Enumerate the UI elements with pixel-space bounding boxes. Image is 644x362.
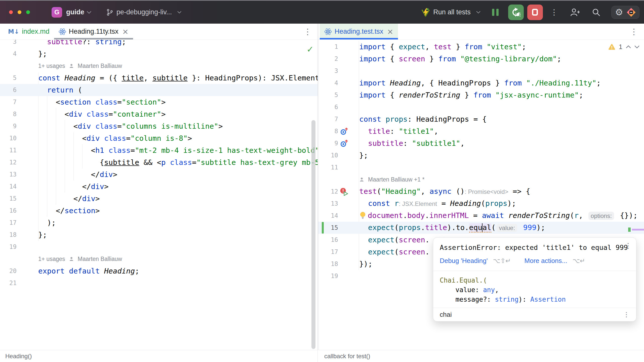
- line-number[interactable]: 5: [0, 74, 17, 81]
- code-line[interactable]: 1import { expect, test } from "vitest";: [318, 41, 644, 53]
- code-line[interactable]: 5const Heading = ({ title, subtitle }: H…: [0, 72, 318, 84]
- code-line[interactable]: 15 </div>: [0, 193, 318, 205]
- line-number[interactable]: 6: [0, 86, 17, 94]
- line-number[interactable]: 2: [318, 55, 338, 62]
- code-line[interactable]: 11: [318, 161, 644, 173]
- line-number[interactable]: 3: [0, 40, 17, 45]
- previous-problem-chevron-up-icon[interactable]: [626, 45, 631, 49]
- line-number[interactable]: 17: [318, 248, 338, 255]
- left-breadcrumb[interactable]: Heading(): [0, 350, 318, 362]
- line-number[interactable]: 7: [0, 99, 17, 106]
- author-hint[interactable]: Maarten Balliauw: [78, 256, 122, 262]
- line-number[interactable]: 15: [318, 224, 338, 231]
- author-hint[interactable]: Maarten Balliauw +1 *: [368, 176, 424, 183]
- left-tabbar-options-button[interactable]: ⋮: [304, 27, 312, 36]
- stop-button[interactable]: [527, 5, 543, 20]
- tracked-value-gutter-icon[interactable]: [340, 139, 348, 148]
- code-line[interactable]: 7 <section class="section">: [0, 96, 318, 108]
- tracked-value-gutter-icon[interactable]: [340, 127, 348, 136]
- code-line[interactable]: 6 return (: [0, 84, 318, 96]
- failed-test-breakpoint-gutter-icon[interactable]: [340, 188, 349, 197]
- line-number[interactable]: 19: [318, 273, 338, 280]
- line-number[interactable]: 19: [0, 243, 17, 250]
- right-tabbar-options-button[interactable]: ⋮: [630, 27, 638, 36]
- code-line[interactable]: 9 <div class="columns is-multiline">: [0, 120, 318, 132]
- author-hint[interactable]: Maarten Balliauw: [78, 63, 122, 69]
- code-line[interactable]: 4};: [0, 48, 318, 60]
- close-tab-icon[interactable]: ×: [387, 27, 393, 36]
- line-number[interactable]: 7: [318, 116, 338, 123]
- rerun-debug-button[interactable]: [508, 5, 524, 20]
- more-toolbar-actions-button[interactable]: ⋮: [550, 9, 558, 16]
- left-editor-scrollbar[interactable]: [311, 120, 315, 349]
- debug-heading-link[interactable]: Debug 'Heading': [440, 257, 488, 264]
- intention-bulb-icon[interactable]: [359, 211, 366, 219]
- line-number[interactable]: 4: [0, 50, 17, 57]
- project-name[interactable]: guide: [66, 8, 84, 16]
- line-number[interactable]: 10: [0, 135, 17, 142]
- code-line[interactable]: 11 <h1 class="mt-2 mb-4 is-size-1 has-te…: [0, 144, 318, 156]
- code-line[interactable]: 10};: [318, 149, 644, 161]
- line-number[interactable]: 8: [318, 128, 338, 135]
- inspections-widget[interactable]: 1: [608, 43, 639, 51]
- git-branch-widget[interactable]: pe-debugging-liv...: [106, 8, 181, 16]
- code-line[interactable]: 7const props: HeadingProps = {: [318, 113, 644, 125]
- code-line[interactable]: 10 <div class="column is-8">: [0, 132, 318, 144]
- tab-heading-11ty-tsx[interactable]: Heading.11ty.tsx ×: [54, 24, 133, 39]
- code-line[interactable]: 9 subtitle: "subtitle1",: [318, 137, 644, 149]
- code-line[interactable]: 6: [318, 101, 644, 113]
- code-vision-inlay-row[interactable]: Maarten Balliauw +1 *: [318, 173, 644, 186]
- line-number[interactable]: 17: [0, 219, 17, 226]
- code-line[interactable]: 21: [0, 277, 318, 289]
- code-line[interactable]: 12test("Heading", async (): Promise<void…: [318, 186, 644, 198]
- line-number[interactable]: 9: [0, 123, 17, 130]
- line-number[interactable]: 12: [0, 159, 17, 166]
- line-number[interactable]: 10: [318, 152, 338, 159]
- close-tab-icon[interactable]: ×: [122, 27, 129, 36]
- line-number[interactable]: 9: [318, 140, 338, 147]
- line-number[interactable]: 18: [318, 260, 338, 267]
- code-line[interactable]: 19: [0, 241, 318, 253]
- code-line[interactable]: 15 expect(props.title).to.equal(value: 9…: [318, 222, 644, 234]
- line-number[interactable]: 14: [0, 183, 17, 190]
- run-configuration-selector[interactable]: Run all tests: [421, 8, 480, 17]
- line-number[interactable]: 21: [0, 280, 17, 287]
- settings-gear-icon[interactable]: ⚙: [615, 8, 623, 17]
- code-line[interactable]: 12 {subtitle && <p class="subtitle has-t…: [0, 156, 318, 168]
- code-with-me-add-user-button[interactable]: [570, 8, 580, 17]
- code-line[interactable]: 13 </div>: [0, 168, 318, 180]
- right-breadcrumb[interactable]: callback for test(): [318, 350, 370, 362]
- line-number[interactable]: 20: [0, 267, 17, 275]
- code-line[interactable]: 20export default Heading;: [0, 265, 318, 277]
- line-number[interactable]: 11: [0, 147, 17, 154]
- inspections-ok-check-icon[interactable]: ✓: [307, 44, 314, 54]
- line-number[interactable]: 16: [0, 207, 17, 214]
- code-line[interactable]: 3 subtitle?: string;: [0, 40, 318, 48]
- line-number[interactable]: 12: [318, 188, 338, 195]
- code-line[interactable]: 8 <div class="container">: [0, 108, 318, 120]
- code-line[interactable]: 2import { screen } from "@testing-librar…: [318, 53, 644, 65]
- next-problem-chevron-down-icon[interactable]: [634, 45, 639, 49]
- code-line[interactable]: 4import Heading, { HeadingProps } from "…: [318, 77, 644, 89]
- line-number[interactable]: 14: [318, 212, 338, 219]
- left-editor[interactable]: 3 subtitle?: string;4};1+ usagesMaarten …: [0, 40, 318, 350]
- line-number[interactable]: 13: [318, 200, 338, 207]
- code-line[interactable]: 17 );: [0, 217, 318, 229]
- close-window-button[interactable]: [9, 10, 13, 14]
- code-vision-inlay-row[interactable]: 1+ usagesMaarten Balliauw: [0, 253, 318, 265]
- line-number[interactable]: 3: [318, 67, 338, 74]
- jetbrains-ai-icon[interactable]: [627, 8, 636, 17]
- maximize-window-button[interactable]: [26, 10, 30, 14]
- line-number[interactable]: 13: [0, 171, 17, 178]
- line-number[interactable]: 18: [0, 231, 17, 238]
- code-line[interactable]: 14document.body.innerHTML = await render…: [318, 210, 644, 222]
- signature-options-button[interactable]: ⋮: [623, 311, 630, 319]
- line-number[interactable]: 15: [0, 195, 17, 202]
- code-line[interactable]: 8 title: "title1",: [318, 125, 644, 137]
- tab-heading-test-tsx[interactable]: Heading.test.tsx ×: [320, 24, 398, 39]
- search-everywhere-icon[interactable]: [592, 8, 601, 17]
- code-line[interactable]: 14 </div>: [0, 180, 318, 193]
- pause-button[interactable]: [492, 9, 499, 16]
- line-number[interactable]: 4: [318, 79, 338, 86]
- line-number[interactable]: 1: [318, 43, 338, 50]
